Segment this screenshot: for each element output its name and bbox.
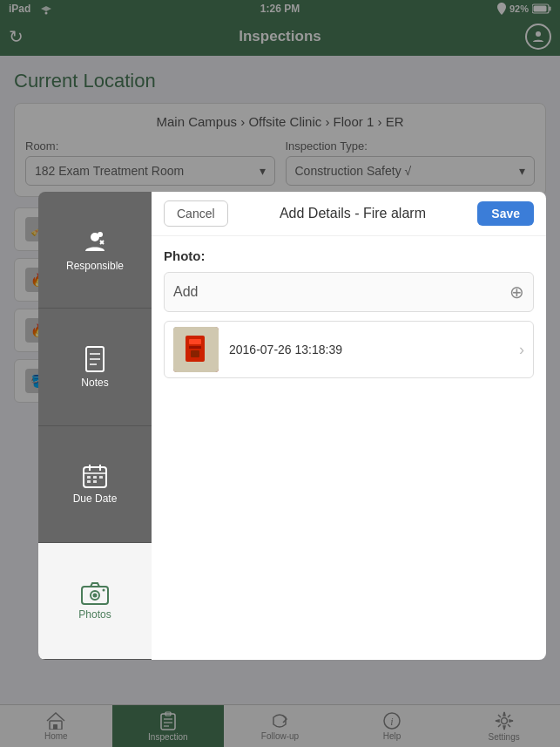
svg-point-28	[93, 594, 98, 598]
calendar-icon	[82, 463, 108, 489]
modal-header: Cancel Add Details - Fire alarm Save	[152, 192, 546, 236]
photo-label: Photo:	[164, 248, 534, 263]
responsible-icon	[81, 228, 109, 256]
svg-rect-25	[93, 480, 97, 483]
save-button[interactable]: Save	[477, 201, 534, 226]
svg-point-29	[103, 589, 105, 592]
side-item-photos[interactable]: Photos	[38, 543, 152, 660]
svg-rect-34	[191, 350, 199, 357]
side-panel: Responsible Notes Due D	[38, 192, 152, 660]
side-item-notes[interactable]: Notes	[38, 309, 152, 425]
svg-rect-24	[87, 480, 91, 483]
side-item-due-date[interactable]: Due Date	[38, 426, 152, 543]
side-item-responsible[interactable]: Responsible	[38, 192, 152, 309]
photo-timestamp: 2016-07-26 13:18:39	[229, 343, 509, 357]
cancel-button[interactable]: Cancel	[164, 200, 228, 227]
photo-entry[interactable]: 2016-07-26 13:18:39 ›	[164, 321, 534, 378]
notes-icon	[83, 345, 107, 373]
modal-body: Photo: Add ⊕	[152, 236, 546, 660]
chevron-right-icon: ›	[519, 341, 524, 359]
photo-thumbnail	[173, 327, 219, 372]
modal-container: Responsible Notes Due D	[38, 192, 546, 660]
camera-icon	[81, 581, 109, 605]
svg-rect-23	[99, 476, 103, 479]
svg-rect-22	[93, 476, 97, 479]
modal-main: Cancel Add Details - Fire alarm Save Pho…	[152, 192, 546, 660]
modal-title: Add Details - Fire alarm	[280, 206, 426, 221]
plus-icon: ⊕	[509, 282, 524, 302]
svg-rect-32	[189, 339, 201, 344]
add-photo-button[interactable]: Add ⊕	[164, 272, 534, 312]
svg-point-10	[98, 232, 103, 237]
svg-rect-21	[87, 476, 91, 479]
svg-rect-33	[189, 346, 201, 349]
